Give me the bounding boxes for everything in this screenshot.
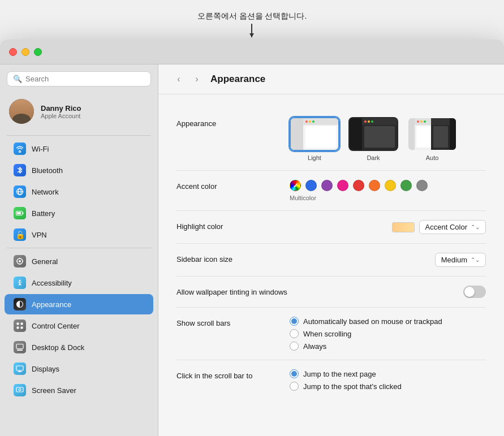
user-info: Danny Rico Apple Account xyxy=(41,104,81,119)
highlight-color-preview xyxy=(392,222,415,232)
highlight-color-dropdown[interactable]: Accent Color ⌃⌄ xyxy=(419,220,486,234)
color-green[interactable] xyxy=(400,180,412,191)
displays-icon xyxy=(14,362,26,375)
scroll-click-control: Jump to the next page Jump to the spot t… xyxy=(290,369,486,391)
color-graphite[interactable] xyxy=(416,180,428,191)
sidebar-item-vpn[interactable]: 🔒 VPN xyxy=(5,225,153,245)
scroll-always-radio[interactable] xyxy=(290,342,299,351)
wifi-icon xyxy=(14,143,26,155)
user-profile[interactable]: Danny Rico Apple Account xyxy=(0,93,158,129)
scroll-click-spot[interactable]: Jump to the spot that's clicked xyxy=(290,382,486,391)
appearance-options: Light xyxy=(290,117,486,161)
svg-rect-15 xyxy=(21,323,23,325)
appearance-light[interactable]: Light xyxy=(290,117,339,161)
svg-rect-4 xyxy=(23,213,24,214)
general-icon xyxy=(14,255,26,267)
main-body: Appearance xyxy=(158,94,504,436)
top-callout-text: 오른쪽에서 옵션을 선택합니다. xyxy=(197,11,307,21)
color-blue[interactable] xyxy=(305,180,317,191)
sidebar-bluetooth-label: Bluetooth xyxy=(32,166,63,175)
toggle-knob xyxy=(464,287,475,297)
sidebar-icon-size-dropdown[interactable]: Medium ⌃⌄ xyxy=(435,253,486,267)
sidebar-item-accessibility[interactable]: Accessibility xyxy=(5,273,153,293)
sidebar-item-bluetooth[interactable]: Bluetooth xyxy=(5,160,153,180)
appearance-mode-control: Light xyxy=(290,117,486,161)
svg-rect-16 xyxy=(17,327,19,329)
scroll-click-label: Click in the scroll bar to xyxy=(176,369,290,380)
forward-button[interactable]: › xyxy=(190,72,204,86)
sidebar-item-control-center[interactable]: Control Center xyxy=(5,316,153,336)
sidebar-item-wifi[interactable]: Wi-Fi xyxy=(5,139,153,159)
color-purple[interactable] xyxy=(321,180,333,191)
traffic-lights xyxy=(9,48,42,56)
sidebar-battery-label: Battery xyxy=(32,209,55,218)
color-row xyxy=(290,180,428,191)
scroll-click-section: Click in the scroll bar to Jump to the n… xyxy=(176,360,486,400)
light-label: Light xyxy=(308,154,321,161)
accent-selected-label: Multicolor xyxy=(290,195,316,201)
search-bar[interactable]: 🔍 xyxy=(7,71,151,87)
control-center-icon xyxy=(14,320,26,332)
svg-rect-23 xyxy=(16,387,23,392)
sidebar-item-battery[interactable]: Battery xyxy=(5,203,153,223)
sidebar-item-appearance[interactable]: Appearance xyxy=(5,294,153,314)
svg-point-24 xyxy=(19,388,21,391)
maximize-button[interactable] xyxy=(34,48,42,56)
auto-thumb[interactable] xyxy=(407,117,457,151)
color-red[interactable] xyxy=(353,180,364,191)
scroll-click-spot-radio[interactable] xyxy=(290,382,299,391)
sidebar-icon-size-control: Medium ⌃⌄ xyxy=(290,253,486,267)
svg-rect-19 xyxy=(17,349,23,351)
search-icon: 🔍 xyxy=(13,75,22,83)
color-orange[interactable] xyxy=(369,180,380,191)
bluetooth-icon xyxy=(14,164,26,176)
sidebar-item-screen-saver[interactable]: Screen Saver xyxy=(5,380,153,400)
svg-rect-20 xyxy=(16,366,23,370)
light-thumb[interactable] xyxy=(290,117,339,151)
accent-color-section: Accent color xyxy=(176,171,486,211)
scroll-click-next-page[interactable]: Jump to the next page xyxy=(290,369,486,378)
dark-thumb[interactable] xyxy=(348,117,398,151)
scroll-scrolling-radio[interactable] xyxy=(290,329,299,338)
svg-rect-14 xyxy=(17,323,19,325)
scroll-auto-option[interactable]: Automatically based on mouse or trackpad xyxy=(290,317,486,326)
appearance-dark[interactable]: Dark xyxy=(348,117,398,161)
scroll-click-next-radio[interactable] xyxy=(290,369,299,378)
sidebar-displays-label: Displays xyxy=(32,365,59,373)
callout-line xyxy=(251,24,252,37)
color-multicolor[interactable] xyxy=(290,180,301,191)
scroll-bars-radio-group: Automatically based on mouse or trackpad… xyxy=(290,317,486,351)
svg-rect-17 xyxy=(21,327,23,329)
sidebar-network-label: Network xyxy=(32,188,59,196)
color-pink[interactable] xyxy=(337,180,348,191)
close-button[interactable] xyxy=(9,48,17,56)
sidebar-item-desktop-dock[interactable]: Desktop & Dock xyxy=(5,337,153,357)
wallpaper-tinting-toggle[interactable] xyxy=(463,286,486,298)
sidebar: 🔍 Danny Rico Apple Account xyxy=(0,64,158,436)
divider-2 xyxy=(7,248,151,248)
sidebar-accessibility-label: Accessibility xyxy=(32,279,72,287)
title-bar xyxy=(0,40,504,64)
sidebar-item-network[interactable]: Network xyxy=(5,182,153,202)
color-yellow[interactable] xyxy=(385,180,396,191)
scroll-bars-section: Show scroll bars Automatically based on … xyxy=(176,308,486,360)
accent-colors: Multicolor xyxy=(290,180,486,201)
sidebar-item-general[interactable]: General xyxy=(5,251,153,271)
highlight-color-control: Accent Color ⌃⌄ xyxy=(290,220,486,234)
network-icon xyxy=(14,185,26,198)
accent-color-label: Accent color xyxy=(176,180,290,191)
scroll-when-scrolling-option[interactable]: When scrolling xyxy=(290,329,486,338)
scroll-auto-radio[interactable] xyxy=(290,317,299,326)
sidebar-icon-size-section: Sidebar icon size Medium ⌃⌄ xyxy=(176,244,486,277)
minimize-button[interactable] xyxy=(21,48,29,56)
back-button[interactable]: ‹ xyxy=(172,72,186,86)
appearance-auto[interactable]: Auto xyxy=(407,117,457,161)
sidebar-wifi-label: Wi-Fi xyxy=(32,145,49,153)
user-name: Danny Rico xyxy=(41,104,81,113)
scroll-always-option[interactable]: Always xyxy=(290,342,486,351)
sidebar-item-displays[interactable]: Displays xyxy=(5,359,153,379)
search-input[interactable] xyxy=(25,75,145,83)
wallpaper-tinting-control xyxy=(290,286,486,298)
system-preferences-window: 🔍 Danny Rico Apple Account xyxy=(0,40,504,436)
auto-label: Auto xyxy=(426,154,439,161)
